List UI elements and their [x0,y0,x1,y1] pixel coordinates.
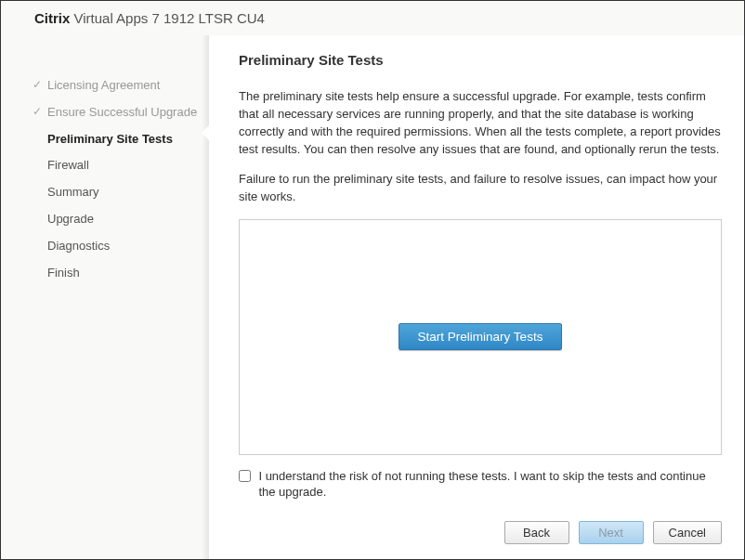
brand-name: Citrix [34,10,70,26]
main-panel: Preliminary Site Tests The preliminary s… [209,35,744,559]
step-preliminary-site-tests: Preliminary Site Tests [1,126,209,153]
description-paragraph-2: Failure to run the preliminary site test… [239,171,722,206]
step-licensing-agreement: Licensing Agreement [1,72,209,99]
step-ensure-successful-upgrade: Ensure Successful Upgrade [1,99,209,126]
step-firewall: Firewall [1,152,209,179]
skip-tests-row: I understand the risk of not running the… [239,468,722,501]
description-paragraph-1: The preliminary site tests help ensure a… [239,88,722,158]
skip-tests-label[interactable]: I understand the risk of not running the… [258,468,722,501]
cancel-button[interactable]: Cancel [653,521,722,544]
start-preliminary-tests-button[interactable]: Start Preliminary Tests [399,323,563,350]
test-area: Start Preliminary Tests [239,219,722,455]
back-button[interactable]: Back [504,521,569,544]
current-step-indicator [202,124,210,141]
page-title: Preliminary Site Tests [239,52,722,68]
sidebar: Licensing Agreement Ensure Successful Up… [1,35,209,559]
next-button[interactable]: Next [579,521,644,544]
header: Citrix Virtual Apps 7 1912 LTSR CU4 [1,1,744,35]
step-list: Licensing Agreement Ensure Successful Up… [1,72,209,286]
footer-buttons: Back Next Cancel [239,517,722,544]
body: Licensing Agreement Ensure Successful Up… [1,35,744,559]
product-name: Virtual Apps 7 1912 LTSR CU4 [70,10,265,26]
step-summary: Summary [1,179,209,206]
step-diagnostics: Diagnostics [1,233,209,260]
installer-window: Citrix Virtual Apps 7 1912 LTSR CU4 Lice… [1,1,744,559]
skip-tests-checkbox[interactable] [239,469,251,483]
step-upgrade: Upgrade [1,206,209,233]
step-finish: Finish [1,260,209,287]
